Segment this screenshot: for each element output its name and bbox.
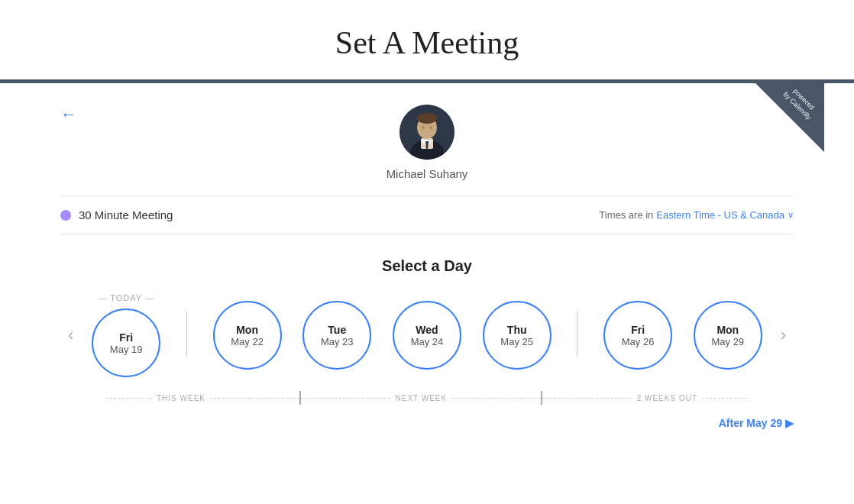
meeting-title: 30 Minute Meeting (79, 208, 173, 221)
timezone-prefix: Times are in (599, 209, 653, 221)
svg-point-9 (429, 126, 432, 130)
week-line-0 (186, 311, 187, 357)
after-may-row: After May 29 ▶ (60, 405, 794, 429)
meeting-label: 30 Minute Meeting (60, 208, 173, 221)
select-day-title: Select a Day (60, 257, 794, 275)
day-date-2: May 23 (321, 336, 354, 347)
day-name-5: Fri (631, 324, 645, 336)
after-may-label: After May 29 (719, 417, 782, 429)
day-name-3: Wed (416, 324, 438, 336)
two-weeks-label: 2 WEEKS OUT (632, 394, 702, 402)
meeting-dot (60, 210, 71, 221)
week-sep-0 (182, 311, 192, 360)
this-week-label: THIS WEEK (152, 394, 210, 402)
today-section: — TODAY — Fri May 19 (92, 293, 160, 377)
back-button[interactable]: ← (60, 105, 77, 124)
timezone-link[interactable]: Eastern Time - US & Canada (656, 209, 784, 221)
day-date-6: May 29 (711, 336, 744, 347)
day-circle-0[interactable]: Fri May 19 (92, 309, 160, 377)
day-name-2: Tue (328, 324, 346, 336)
after-may-link[interactable]: After May 29 ▶ (719, 417, 794, 429)
prev-nav-button[interactable]: ‹ (60, 325, 81, 345)
day-circle-5[interactable]: Fri May 26 (603, 301, 672, 370)
svg-point-8 (422, 126, 425, 130)
day-name-1: Mon (236, 324, 258, 336)
dash-before-next (301, 398, 390, 399)
dash-after-2weeks (702, 398, 748, 399)
week-line-1 (577, 311, 577, 357)
day-name-0: Fri (119, 331, 133, 344)
dash-after-this (210, 398, 299, 399)
day-circle-2[interactable]: Tue May 23 (302, 301, 371, 370)
day-circle-3[interactable]: Wed May 24 (393, 301, 461, 370)
meeting-info-row: 30 Minute Meeting Times are in Eastern T… (60, 196, 794, 234)
day-name-6: Mon (717, 324, 739, 336)
page-title: Set A Meeting (0, 0, 854, 79)
avatar-name: Michael Suhany (387, 167, 468, 180)
day-date-0: May 19 (110, 344, 143, 355)
avatar (400, 105, 454, 160)
calendar-row: ‹ — TODAY — Fri May 19 Mon May (60, 293, 794, 377)
next-week-label: NEXT WEEK (390, 394, 451, 402)
day-date-5: May 26 (622, 336, 655, 347)
day-circle-4[interactable]: Thu May 25 (483, 301, 552, 370)
select-day-section: Select a Day ‹ — TODAY — Fri May 19 (60, 234, 794, 444)
dash-after-next (451, 398, 541, 399)
day-date-1: May 22 (231, 336, 264, 347)
after-may-arrow: ▶ (785, 417, 794, 429)
dash-before-2weeks (542, 398, 632, 399)
days-wrapper: — TODAY — Fri May 19 Mon May 22 (81, 293, 772, 377)
day-name-4: Thu (507, 324, 527, 336)
day-circle-6[interactable]: Mon May 29 (694, 301, 762, 370)
day-date-4: May 25 (500, 336, 533, 347)
svg-point-7 (417, 113, 437, 124)
week-timeline: THIS WEEK NEXT WEEK 2 WEEKS OUT (60, 391, 794, 405)
dash-before-this (106, 398, 152, 399)
next-nav-button[interactable]: › (773, 325, 794, 345)
main-card: poweredby Calendly ← (30, 83, 824, 475)
day-circle-1[interactable]: Mon May 22 (213, 301, 282, 370)
day-date-3: May 24 (411, 336, 444, 347)
week-sep-1 (572, 311, 582, 360)
timezone-section: Times are in Eastern Time - US & Canada … (599, 209, 794, 221)
timezone-chevron[interactable]: ∨ (788, 210, 794, 220)
today-label: — TODAY — (98, 293, 154, 302)
avatar-section: Michael Suhany (60, 83, 794, 195)
